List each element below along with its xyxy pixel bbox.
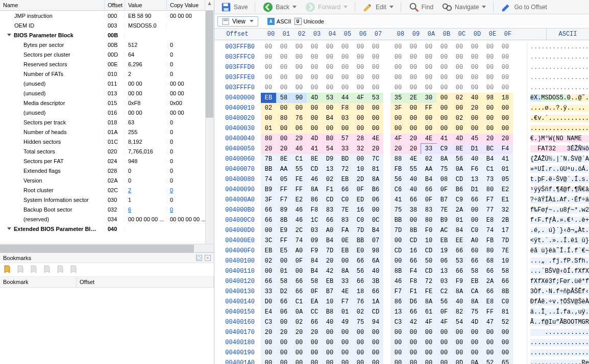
hex-bytes[interactable]: 00000000000000000000000000000000 <box>258 337 527 348</box>
col-offset[interactable]: Offset <box>105 0 125 10</box>
edit-button[interactable]: Edit <box>359 1 397 14</box>
hex-row[interactable]: 004000408000294DB057284E4F204E414D452020… <box>214 134 589 144</box>
scroll-up-arrow[interactable]: ▲ <box>205 0 214 10</box>
tree-row[interactable]: Extended flags02800 <box>0 166 214 175</box>
hex-ascii[interactable]: ä..Ì¸..Í.fa.‚uÿ. <box>527 307 589 317</box>
tree-row[interactable]: (unused)01100 0000 00 <box>0 79 214 88</box>
dropdown-icon[interactable] <box>389 6 394 8</box>
hex-row[interactable]: 0040002000807600B40300000000000002000000… <box>214 113 589 123</box>
hex-bytes[interactable]: 00000000000000000000000000000000 <box>258 83 527 93</box>
hex-row[interactable]: 004000B0668946F8837E16007538837E2A007732… <box>214 205 589 215</box>
col-bookmark-offset[interactable]: Offset <box>77 277 214 287</box>
tree-row[interactable]: Number of heads01A2550 <box>0 127 214 137</box>
hex-bytes[interactable]: 66586658EB33663B46F87203F9EB2A66 <box>258 276 527 287</box>
hex-bytes[interactable]: 3CFF7409B40EBB0700CD10EBEEA0FB7D <box>258 236 527 246</box>
hex-row[interactable]: 004000E03CFF7409B40EBB0700CD10EBEEA0FB7D… <box>214 236 589 246</box>
hex-ascii[interactable]: ....ø..?.ÿ.. .. <box>527 103 589 113</box>
bookmarks-body[interactable] <box>0 288 214 364</box>
hex-ascii[interactable]: Ã..f@Iu”ÃBOOTMGR <box>527 317 589 327</box>
hex-bytes[interactable]: 7B8EC18ED9BD007C884E028A5640B441 <box>258 154 527 164</box>
hex-row[interactable]: 004000C0668B461C6683C00CBB0080B90100E82B… <box>214 215 589 225</box>
hex-ascii[interactable]: ................ <box>527 123 589 134</box>
hex-ascii[interactable]: ................ <box>527 42 589 52</box>
tree-row[interactable]: Sectors per cluster00D640 <box>0 49 214 59</box>
hex-ascii[interactable]: ................ <box>527 83 589 93</box>
hex-row[interactable]: 003FFFD000000000000000000000000000000000… <box>214 62 589 72</box>
bookmark-edit-icon[interactable] <box>16 265 24 274</box>
encoding-unicode[interactable]: UUnicode <box>294 18 324 25</box>
hex-bytes[interactable]: 0200000000F800003F00FF0000200000 <box>258 103 527 113</box>
bookmark-next-icon[interactable] <box>43 265 51 274</box>
tree-row[interactable]: Reserved sectors00E6,2960 <box>0 59 214 69</box>
hex-row[interactable]: 0040019000000000000000000000000000000000… <box>214 348 589 358</box>
hex-bytes[interactable]: 00000000000000000000000000000000 <box>258 72 527 83</box>
hex-ascii[interactable]: f‰Føƒ~..u8ƒ~*.w2 <box>527 205 589 215</box>
goto-offset-button[interactable]: Go to Offset <box>498 1 550 14</box>
hex-ascii[interactable]: .é,. ú}´}‹ð¬„Àt. <box>527 225 589 236</box>
hex-row[interactable]: 004001A00000000000000000000000000D0A5265… <box>214 358 589 364</box>
dock-icon[interactable]: ▢ <box>196 255 202 261</box>
hex-row[interactable]: 004000807405FE4602EB2D8A5640B408CD137305… <box>214 174 589 185</box>
hex-ascii[interactable]: ..............Re <box>527 358 589 364</box>
hex-row[interactable]: 004000A03FF7E286CDC0ED0641660FB7C966F7E1… <box>214 195 589 205</box>
tree-row[interactable]: OEM ID003MSDOS5.0 <box>0 20 214 30</box>
tree-row[interactable]: JMP instruction000EB 58 9000 00 00 <box>0 11 214 20</box>
hex-row[interactable]: 00400140D066C1EA10F7761A86D68A56408AE8C0… <box>214 297 589 307</box>
hex-bytes[interactable]: 8000294DB057284E4F204E414D452020 <box>258 134 527 144</box>
encoding-ascii[interactable]: AASCII <box>267 18 291 25</box>
scroll-thumb[interactable] <box>206 11 213 118</box>
hex-bytes[interactable]: D066C1EA10F7761A86D68A56408AE8C0 <box>258 297 527 307</box>
hex-bytes[interactable]: 00000000000000000000000000000000 <box>258 52 527 62</box>
back-button[interactable]: Back <box>259 1 300 14</box>
hex-bytes[interactable]: 3FF7E286CDC0ED0641660FB7C966F7E1 <box>258 195 527 205</box>
hex-ascii[interactable]: ................ <box>527 348 589 358</box>
hex-bytes[interactable]: 7405FE4602EB2D8A5640B408CD137305 <box>258 174 527 185</box>
hex-ascii[interactable]: .€v.´........... <box>527 113 589 123</box>
hex-row[interactable]: 0040017020202020000000000000000000000000… <box>214 327 589 337</box>
hex-row[interactable]: 00400070BBAA55CD13721081FB55AA750AF6C101… <box>214 164 589 174</box>
hex-ascii[interactable]: ...„ .fj.fP.Sfh. <box>527 256 589 266</box>
hex-ascii[interactable]: t.þF.ë-ŠV@´.Í.s. <box>527 174 589 185</box>
hex-row[interactable]: 0040010002000F842000666A0066500653666810… <box>214 256 589 266</box>
hex-ascii[interactable]: <ÿt.´.»..Í.ëî û} <box>527 236 589 246</box>
tree-row[interactable]: Backup Boot sector03260 <box>0 204 214 214</box>
hex-row[interactable]: 003FFFE000000000000000000000000000000000… <box>214 72 589 83</box>
hex-row[interactable]: 0040012066586658EB33663B46F87203F9EB2A66… <box>214 276 589 287</box>
hex-bytes[interactable]: 33D2660FB74E1866F7F1FEC28ACA668B <box>258 287 527 297</box>
hex-bytes[interactable]: BBAA55CD13721081FB55AA750AF6C101 <box>258 164 527 174</box>
hex-bytes[interactable]: EBE5A0F97DEBE098CD16CD196660807E <box>258 246 527 256</box>
dropdown-icon[interactable] <box>292 6 297 8</box>
hex-row[interactable]: 003FFFB000000000000000000000000000000000… <box>214 42 589 52</box>
hex-bytes[interactable]: 2020464154333220202033C98ED1BCF4 <box>258 144 527 154</box>
hex-bytes[interactable]: 02000F842000666A0066500653666810 <box>258 256 527 266</box>
dropdown-icon[interactable] <box>343 6 348 8</box>
tree-row[interactable]: BIOS Parameter Block00B <box>0 30 214 40</box>
tree-row[interactable]: System Information sector03010 <box>0 195 214 204</box>
tree-row[interactable] <box>0 233 214 243</box>
hex-ascii[interactable]: f‹F.fƒÀ.».€¹..è+ <box>527 215 589 225</box>
tree-row[interactable]: Sectors per FAT0249480 <box>0 156 214 166</box>
bookmark-prev-icon[interactable] <box>30 265 38 274</box>
view-dropdown[interactable]: View <box>217 16 258 27</box>
hex-row[interactable]: 004000607B8EC18ED9BD007C884E028A5640B441… <box>214 154 589 164</box>
col-name[interactable]: Name <box>0 0 105 10</box>
hex-row[interactable]: 003FFFF000000000000000000000000000000000… <box>214 83 589 93</box>
hex-row[interactable]: 00400090B9FFFF8AF1660FB6C640660FB6D180E2… <box>214 185 589 195</box>
hex-ascii[interactable]: ¹ÿÿŠñf.¶Æ@f.¶Ñ€â <box>527 185 589 195</box>
hex-ascii[interactable]: ?÷âÝÍÀí.Af.·Éf÷á <box>527 195 589 205</box>
hex-ascii[interactable]: ...´BŠV@‹ôÍ.fXfX <box>527 266 589 276</box>
hex-row[interactable]: 004000502020464154333220202033C98ED1BCF4… <box>214 144 589 154</box>
tree-h-scrollbar[interactable] <box>0 244 214 252</box>
hex-bytes[interactable]: 00E92C03A0FA7DB47D8BF0AC84C07417 <box>258 225 527 236</box>
tree-row[interactable]: Version02A00 <box>0 175 214 185</box>
close-icon[interactable]: × <box>205 255 211 261</box>
expander-icon[interactable] <box>7 226 12 231</box>
hex-row[interactable]: 00400110000100B4428A56408BF4CD1366586658… <box>214 266 589 276</box>
col-value[interactable]: Value <box>125 0 167 10</box>
hex-body[interactable]: 003FFFB000000000000000000000000000000000… <box>214 42 589 364</box>
hex-bytes[interactable]: 20202020000000000000000000000000 <box>258 327 527 337</box>
tree-row[interactable]: Media descriptor0150xF80x00 <box>0 98 214 108</box>
hex-ascii[interactable]: ................ <box>527 72 589 83</box>
hex-bytes[interactable]: 000100B4428A56408BF4CD1366586658 <box>258 266 527 276</box>
hex-row[interactable]: 004000D000E92C03A0FA7DB47D8BF0AC84C07417… <box>214 225 589 236</box>
